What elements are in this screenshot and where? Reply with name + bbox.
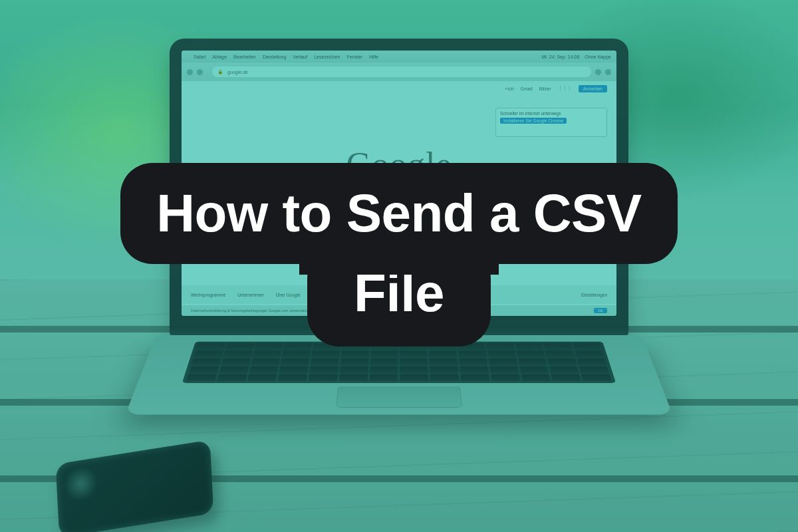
hero-image: Safari Ablage Bearbeiten Darstellung Ver… bbox=[0, 0, 798, 532]
title-overlay: How to Send a CSV File bbox=[0, 163, 798, 346]
title-connector bbox=[299, 248, 499, 275]
